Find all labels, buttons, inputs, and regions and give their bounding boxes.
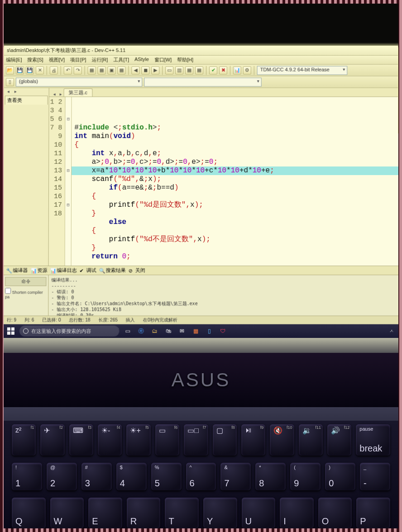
key: !1 [12,463,42,490]
grid-icon[interactable]: ▦ [195,66,203,74]
member-select[interactable] [144,77,261,86]
key-row-num: !1@2#3$4%5^6&7*8(9)0_- [4,459,398,494]
new-win-icon[interactable]: ▭ [165,66,173,74]
key: f2✈ [40,424,64,456]
chart-icon[interactable]: 📊 [233,66,241,74]
code-area[interactable]: #include <;stdio.h>; int main(void) { in… [72,97,399,266]
compile-run-icon[interactable]: ▣ [107,66,115,74]
menu-help[interactable]: 帮助[H] [177,57,193,63]
tab-search-results-label: 搜索结果 [106,267,126,274]
toolbar-sep [128,66,129,75]
class-view-tab[interactable]: 查看类 [5,95,48,104]
code-editor[interactable]: 1 2 3 4 5 6 7 8 9 10 11 12 13 14 15 16 1… [49,97,399,266]
shorten-checkbox[interactable]: Shorten compiler pa [5,288,46,299]
compile-panel: 命令 Shorten compiler pa 编译结果... ---------… [3,275,399,315]
tab-search-results[interactable]: 🔍搜索结果 [99,267,126,274]
status-len: 长度: 265 [98,317,117,323]
close-icon[interactable]: ✕ [36,66,44,74]
tab-compile-log[interactable]: 📊编译日志 [50,267,77,274]
save-all-icon[interactable]: 💾 [26,66,34,74]
menu-view[interactable]: 视图[V] [49,57,65,63]
tab-debug[interactable]: ✔调试 [80,267,96,274]
shorten-checkbox-input[interactable] [5,288,11,294]
key: f9⏯ [241,424,265,456]
status-parse: 在0秒内完成解析 [143,317,177,323]
start-button[interactable] [5,325,17,337]
key: f10🔇 [270,424,294,456]
key: f6▭ [155,424,179,456]
svg-rect-1 [11,328,14,331]
file-tab-prev-icon[interactable]: ◂ [51,91,57,96]
tab-compiler-label: 编译器 [13,267,28,274]
shorten-label: Shorten compiler pa [5,290,43,299]
key-row-fn: f1z²f2✈f3⌨f4☀-f5☀+f6▭f7▭□f8▢f9⏯f10🔇f11🔉f… [4,421,398,459]
key: E [88,498,122,528]
menu-edit[interactable]: 编辑[E] [6,57,22,63]
menu-bar: 编辑[E] 搜索[S] 视图[V] 项目[P] 运行[R] 工具[T] ASty… [4,56,398,65]
output-tabs: 🔧编译器 📊资源 📊编译日志 ✔调试 🔍搜索结果 ⊘关闭 [3,266,398,275]
open-icon[interactable]: 📂 [6,66,14,74]
tab-prev-icon[interactable]: ◂ [5,89,11,94]
status-bar: 行: 9 列: 6 已选择: 0 总行数: 18 长度: 265 插入 在0秒内… [3,316,399,324]
file-tab[interactable]: 第三题.c [64,88,92,96]
menu-search[interactable]: 搜索[S] [27,57,43,63]
mail-icon[interactable]: ✉ [177,326,187,337]
print-icon[interactable]: 🖨 [50,66,58,74]
tab-close[interactable]: ⊘关闭 [129,267,145,274]
app-icon[interactable]: ▦ [190,326,201,337]
compile-icon[interactable]: ▦ [88,66,96,74]
menu-tools[interactable]: 工具[T] [113,57,129,63]
toolbar-sep [85,66,85,75]
menu-window[interactable]: 窗口[W] [154,57,172,63]
tile-icon[interactable]: ▥ [175,66,183,74]
explorer-icon[interactable]: 🗂 [149,326,160,337]
key: U [242,498,276,528]
tab-next-icon[interactable]: ▸ [12,89,19,94]
tab-resources[interactable]: 📊资源 [30,267,47,274]
cascade-icon[interactable]: ▦ [185,66,193,74]
file-tab-bar: ◂ ▸ 第三题.c [49,88,398,97]
tab-compiler[interactable]: 🔧编译器 [6,267,28,274]
status-ins: 插入 [126,317,135,323]
co-outfile: - 输出文件名: C:\Users\admin\Desktop\水下考核题\第三… [51,301,197,306]
key: f7▭□ [184,424,208,456]
save-icon[interactable]: 💾 [16,66,24,74]
key: Y [203,498,237,528]
x-icon[interactable]: ✖ [219,66,227,74]
mcafee-icon[interactable]: 🛡 [217,326,228,337]
menu-project[interactable]: 项目[P] [70,57,86,63]
rebuild-icon[interactable]: ▦ [117,66,125,74]
taskview-icon[interactable]: ▭ [122,326,133,337]
scope-select[interactable]: (globals) [16,77,142,86]
key: &7 [220,463,251,490]
step-icon[interactable]: ▶ [151,66,159,74]
tray-icon[interactable]: ㅅ [386,326,397,337]
cmd-button[interactable]: 命令 [5,277,46,286]
compiler-icon: 🔧 [6,268,11,273]
run-icon[interactable]: ▦ [98,66,106,74]
co-errors: - 错误: 0 [51,289,74,294]
compiler-select[interactable]: TDM-GCC 4.9.2 64-bit Release [257,66,348,75]
edge-icon[interactable]: ⓔ [136,326,147,337]
key: @2 [47,463,77,490]
debug-tab-icon: ✔ [80,268,85,273]
menu-astyle[interactable]: AStyle [134,57,149,63]
check-icon[interactable]: ✔ [209,66,217,74]
tab-resources-label: 资源 [37,267,47,274]
redo-icon[interactable]: ↷ [74,66,82,74]
store-icon[interactable]: 🛍 [163,326,174,337]
gear-icon[interactable]: ⚙ [243,66,251,74]
stop-icon[interactable]: ◼ [141,66,149,74]
bookmark-icon[interactable]: ▯ [6,78,14,86]
debug-icon[interactable]: ◀ [131,66,139,74]
key: f3⌨ [69,424,93,456]
menu-run[interactable]: 运行[R] [91,57,108,63]
tab-close-label: 关闭 [135,267,145,274]
file-tab-next-icon[interactable]: ▸ [57,91,64,96]
cortana-icon [23,328,29,334]
key: (9 [290,463,321,490]
app2-icon[interactable]: ▯ [204,326,215,337]
compile-output[interactable]: 编译结果... --------- - 错误: 0 - 警告: 0 - 输出文件… [48,275,399,315]
undo-icon[interactable]: ↶ [64,66,72,74]
taskbar-search[interactable]: 在这里输入你要搜索的内容 [19,326,120,337]
